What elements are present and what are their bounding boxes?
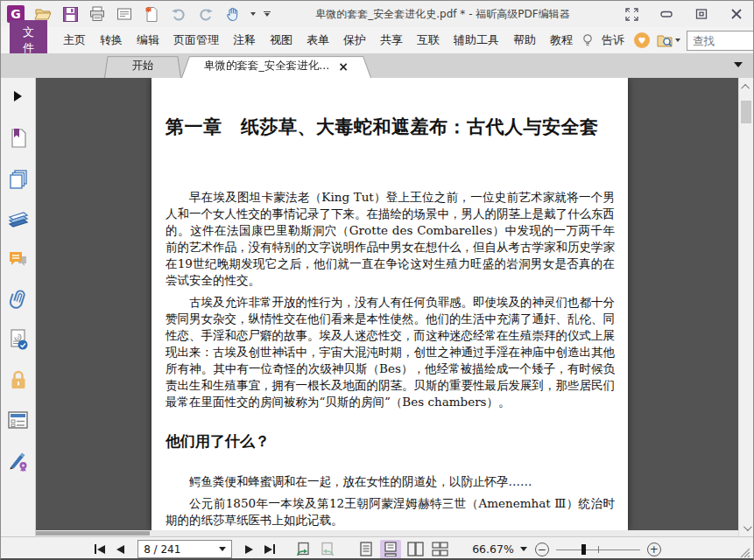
heart-icon[interactable]: ♥ — [634, 32, 650, 48]
vertical-scrollbar-thumb[interactable] — [741, 101, 751, 123]
find-search-box — [687, 31, 754, 51]
pdf-page[interactable]: 第一章 纸莎草、大毒蛇和遮羞布：古代人与安全套 早在埃及图坦卡蒙法老（King … — [152, 78, 628, 530]
page-combo-dropdown-icon[interactable] — [219, 547, 226, 551]
paragraph: 早在埃及图坦卡蒙法老（King Tut）登上王位之前，一位史前艺术家就将一个男人… — [166, 189, 615, 289]
pdf-page-content: 第一章 纸莎草、大毒蛇和遮羞布：古代人与安全套 早在埃及图坦卡蒙法老（King … — [152, 78, 628, 528]
tab-start[interactable]: 开始 — [104, 54, 181, 78]
menu-form[interactable]: 表单 — [299, 28, 336, 52]
menu-help[interactable]: 帮助 — [506, 28, 543, 52]
tab-document[interactable]: 卑微的套套_安全套进化... × — [181, 54, 371, 78]
menu-protect[interactable]: 保护 — [336, 28, 373, 52]
tell-me-label[interactable]: 告诉 — [602, 32, 628, 48]
horizontal-scrollbar-thumb[interactable] — [36, 531, 150, 536]
window-title: 卑微的套套_安全套进化史.pdf * - 福昕高级PDF编辑器 — [271, 7, 615, 22]
paragraph: 鳄鱼粪便和蜂蜜调和在一起，放在女性的阴道处，以防止怀孕…… — [166, 473, 615, 490]
new-document-icon[interactable] — [142, 4, 161, 24]
continuous-facing-layout-button[interactable] — [429, 540, 450, 559]
paragraph: 古埃及允许非常开放的性行为，没有人有任何负罪感。即使埃及的神灵们也都十分赞同男女… — [166, 294, 615, 410]
page-number-value: 8 / 241 — [144, 543, 215, 556]
next-view-button[interactable] — [319, 542, 335, 557]
redo-icon[interactable] — [196, 4, 215, 24]
find-input[interactable] — [693, 34, 754, 47]
page-thumbnails-panel-icon[interactable] — [7, 167, 30, 190]
layers-panel-icon[interactable] — [7, 207, 30, 230]
tab-start-label: 开始 — [132, 59, 154, 74]
zoom-slider-handle[interactable] — [581, 544, 586, 555]
menu-organize[interactable]: 页面管理 — [166, 28, 226, 52]
comments-panel-icon[interactable] — [7, 248, 30, 270]
menu-home[interactable]: 主页 — [56, 28, 93, 52]
undo-icon[interactable] — [169, 4, 188, 24]
print-icon[interactable] — [88, 4, 107, 24]
tab-list-dropdown-icon[interactable] — [734, 62, 743, 67]
digital-ids-panel-icon[interactable] — [7, 328, 30, 351]
statusbar: 8 / 241 66.67% − + — [1, 536, 753, 560]
close-icon[interactable] — [729, 6, 744, 22]
continuous-layout-button[interactable] — [380, 540, 401, 559]
first-page-button[interactable] — [93, 542, 107, 556]
hand-tool-icon[interactable] — [223, 4, 243, 24]
menu-edit[interactable]: 编辑 — [130, 28, 166, 52]
single-page-layout-button[interactable] — [356, 540, 377, 559]
save-icon[interactable] — [60, 4, 80, 24]
main-area: 第一章 纸莎草、大毒蛇和遮羞布：古代人与安全套 早在埃及图坦卡蒙法老（King … — [1, 78, 753, 536]
bookmarks-panel-icon[interactable] — [7, 127, 30, 150]
menu-tutorial[interactable]: 教程 — [543, 28, 580, 52]
fullscreen-icon[interactable] — [624, 6, 639, 22]
menubar: 文件 主页 转换 编辑 页面管理 注释 视图 表单 保护 共享 互联 辅助工具 … — [1, 27, 753, 53]
horizontal-scrollbar[interactable] — [36, 530, 738, 536]
facing-layout-button[interactable] — [405, 540, 426, 559]
zoom-percentage[interactable]: 66.67% — [472, 542, 514, 556]
document-tabbar: 开始 卑微的套套_安全套进化... × — [1, 53, 753, 78]
menu-comment[interactable]: 注释 — [226, 28, 263, 52]
titlebar: G 卑微的套套_安全套进化史.pdf * - 福昕高级PD — [1, 1, 753, 27]
field-panel-icon[interactable] — [7, 409, 30, 431]
menu-convert[interactable]: 转换 — [93, 28, 130, 52]
zoom-slider[interactable] — [556, 543, 640, 556]
page-number-combo[interactable]: 8 / 241 — [137, 540, 232, 558]
navigation-panel-bar — [1, 78, 36, 536]
menu-connect[interactable]: 互联 — [410, 28, 447, 52]
menu-accessibility[interactable]: 辅助工具 — [447, 28, 506, 52]
previous-view-button[interactable] — [295, 542, 312, 557]
window-controls — [624, 6, 744, 22]
paragraph: 公元前1850年一本埃及第12王朝阿蒙涅姆赫特三世（Amenemhat Ⅲ）统治… — [166, 495, 615, 528]
scroll-down-icon[interactable] — [739, 521, 753, 535]
email-icon[interactable] — [115, 4, 134, 24]
zoom-out-button[interactable]: − — [535, 542, 549, 556]
tab-document-label: 卑微的套套_安全套进化... — [204, 59, 329, 74]
vertical-scrollbar[interactable] — [738, 78, 753, 536]
zoom-in-button[interactable]: + — [647, 542, 661, 556]
customize-toolbar-icon[interactable] — [264, 11, 271, 17]
hand-tool-dropdown-icon[interactable] — [250, 12, 256, 16]
section-heading: 他们用了什么？ — [166, 431, 615, 452]
chapter-title: 第一章 纸莎草、大毒蛇和遮羞布：古代人与安全套 — [166, 116, 615, 138]
menu-view[interactable]: 视图 — [263, 28, 299, 52]
folder-search-icon[interactable] — [656, 32, 680, 49]
last-page-button[interactable] — [263, 542, 277, 556]
expand-panel-icon[interactable] — [7, 85, 30, 108]
minimize-icon[interactable] — [659, 6, 674, 22]
scroll-up-icon[interactable] — [739, 80, 753, 94]
menu-share[interactable]: 共享 — [373, 28, 410, 52]
tab-close-icon[interactable]: × — [338, 60, 349, 73]
security-panel-icon[interactable] — [7, 368, 30, 391]
document-canvas[interactable]: 第一章 纸莎草、大毒蛇和遮羞布：古代人与安全套 早在埃及图坦卡蒙法老（King … — [36, 78, 738, 536]
zoom-dropdown-icon[interactable] — [520, 547, 527, 551]
next-page-button[interactable] — [243, 543, 255, 556]
window-resize-grip[interactable] — [740, 548, 750, 558]
restore-icon[interactable] — [694, 6, 709, 22]
signatures-panel-icon[interactable] — [7, 449, 30, 472]
lightbulb-icon — [580, 32, 595, 48]
previous-page-button[interactable] — [115, 543, 126, 556]
attachments-panel-icon[interactable] — [7, 288, 30, 311]
